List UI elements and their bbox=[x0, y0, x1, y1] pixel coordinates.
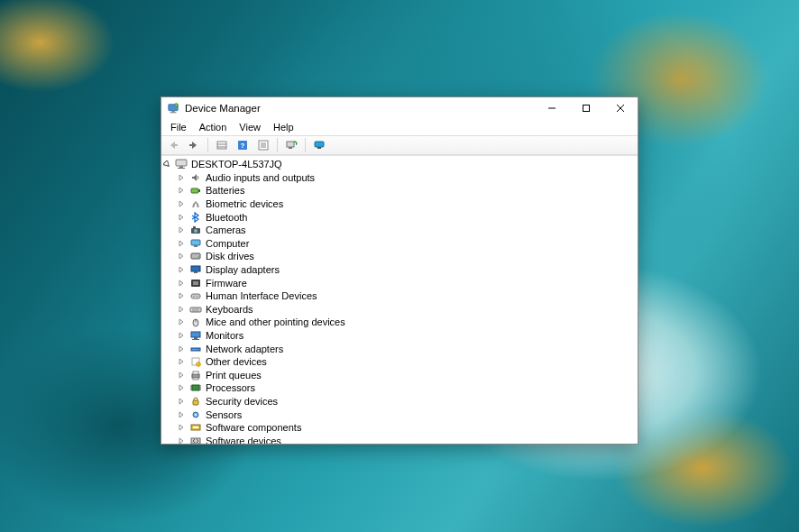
tree-node[interactable]: Software devices bbox=[163, 434, 638, 444]
tree-node[interactable]: Display adapters bbox=[163, 263, 638, 277]
swcomp-icon bbox=[188, 422, 203, 433]
svg-rect-10 bbox=[217, 142, 226, 149]
menu-help[interactable]: Help bbox=[268, 121, 299, 133]
tree-node[interactable]: Monitors bbox=[163, 329, 638, 343]
expand-icon[interactable] bbox=[178, 384, 188, 391]
help-button[interactable]: ? bbox=[233, 137, 253, 153]
tree-node[interactable]: Disk drives bbox=[163, 250, 638, 263]
tree-node[interactable]: Human Interface Devices bbox=[163, 289, 638, 303]
tree-node[interactable]: Security devices bbox=[163, 395, 638, 408]
bluetooth-icon bbox=[188, 212, 203, 223]
tree-node[interactable]: Bluetooth bbox=[163, 210, 638, 224]
expand-icon[interactable] bbox=[178, 398, 188, 405]
tree-node[interactable]: Network adapters bbox=[163, 342, 638, 355]
expand-icon[interactable] bbox=[178, 240, 188, 247]
expand-icon[interactable] bbox=[178, 306, 188, 313]
computer-icon bbox=[188, 238, 203, 249]
tree-node-label: Bluetooth bbox=[203, 212, 247, 223]
svg-rect-30 bbox=[193, 226, 196, 228]
maximize-button[interactable] bbox=[569, 97, 603, 119]
svg-rect-56 bbox=[192, 374, 199, 378]
svg-point-52 bbox=[194, 349, 195, 350]
battery-icon bbox=[188, 185, 203, 196]
audio-icon bbox=[188, 172, 203, 183]
svg-rect-57 bbox=[193, 371, 198, 374]
tree-node-label: Biometric devices bbox=[203, 198, 283, 209]
svg-rect-21 bbox=[315, 142, 324, 147]
tree-node[interactable]: Firmware bbox=[163, 276, 638, 289]
tree-node[interactable]: Software components bbox=[163, 421, 638, 435]
tree-node[interactable]: Mice and other pointing devices bbox=[163, 316, 638, 329]
close-button[interactable] bbox=[603, 97, 638, 119]
expand-icon[interactable] bbox=[178, 332, 188, 339]
svg-rect-27 bbox=[198, 189, 200, 192]
device-manager-icon bbox=[167, 102, 179, 115]
svg-text:!: ! bbox=[197, 362, 198, 367]
tree-node[interactable]: !Other devices bbox=[163, 355, 638, 369]
expand-icon[interactable] bbox=[178, 292, 188, 299]
tree-node-label: Software components bbox=[203, 422, 301, 433]
tree-node[interactable]: Audio inputs and outputs bbox=[163, 171, 638, 185]
menu-file[interactable]: File bbox=[165, 121, 192, 133]
tree-node[interactable]: Cameras bbox=[163, 224, 638, 237]
expand-icon[interactable] bbox=[178, 187, 188, 194]
device-tree[interactable]: DESKTOP-4L537JQ Audio inputs and outputs… bbox=[161, 155, 638, 444]
other-icon: ! bbox=[188, 356, 203, 367]
svg-point-68 bbox=[195, 414, 197, 416]
tree-node[interactable]: Processors bbox=[163, 381, 638, 395]
tree-node[interactable]: Biometric devices bbox=[163, 197, 638, 211]
svg-point-51 bbox=[192, 349, 193, 350]
expand-icon[interactable] bbox=[178, 174, 188, 181]
forward-button[interactable] bbox=[184, 137, 204, 153]
menubar: File Action View Help bbox=[161, 119, 638, 135]
window-title: Device Manager bbox=[185, 103, 261, 114]
expand-icon[interactable] bbox=[178, 411, 188, 418]
network-icon bbox=[188, 344, 203, 354]
expand-icon[interactable] bbox=[178, 226, 188, 234]
svg-rect-24 bbox=[179, 166, 183, 168]
tree-node-label: Computer bbox=[203, 238, 249, 249]
view-devices-button[interactable] bbox=[309, 137, 329, 153]
menu-view[interactable]: View bbox=[234, 121, 266, 133]
svg-rect-33 bbox=[191, 253, 200, 259]
expand-icon[interactable] bbox=[178, 318, 188, 326]
svg-rect-5 bbox=[583, 105, 590, 112]
collapse-icon[interactable] bbox=[163, 161, 174, 169]
tree-node-label: Print queues bbox=[203, 370, 262, 381]
monitor-icon bbox=[188, 330, 203, 341]
expand-icon[interactable] bbox=[178, 214, 188, 221]
svg-rect-47 bbox=[191, 332, 200, 337]
svg-rect-23 bbox=[176, 160, 187, 166]
expand-icon[interactable] bbox=[178, 358, 188, 365]
tree-node-label: Firmware bbox=[203, 278, 247, 289]
expand-icon[interactable] bbox=[178, 345, 188, 353]
tree-node[interactable]: Keyboards bbox=[163, 303, 638, 316]
back-button[interactable] bbox=[163, 137, 183, 153]
expand-icon[interactable] bbox=[178, 200, 188, 207]
computer-icon bbox=[174, 159, 188, 170]
show-hidden-button[interactable] bbox=[212, 137, 232, 153]
device-manager-window: Device Manager File Action View Help bbox=[161, 96, 638, 445]
svg-rect-22 bbox=[317, 147, 321, 149]
tree-node[interactable]: Computer bbox=[163, 237, 638, 251]
expand-icon[interactable] bbox=[178, 424, 188, 431]
svg-rect-1 bbox=[171, 111, 175, 113]
tree-node[interactable]: Print queues bbox=[163, 369, 638, 382]
expand-icon[interactable] bbox=[178, 437, 188, 444]
properties-button[interactable] bbox=[253, 137, 273, 153]
tree-node-label: Security devices bbox=[203, 396, 278, 407]
minimize-button[interactable] bbox=[535, 97, 569, 119]
tree-root-node[interactable]: DESKTOP-4L537JQ bbox=[163, 158, 638, 171]
expand-icon[interactable] bbox=[178, 371, 188, 379]
expand-icon[interactable] bbox=[178, 252, 188, 260]
expand-icon[interactable] bbox=[178, 280, 188, 287]
menu-action[interactable]: Action bbox=[194, 121, 233, 133]
processor-icon bbox=[188, 382, 203, 393]
expand-icon[interactable] bbox=[178, 266, 188, 273]
svg-rect-36 bbox=[194, 271, 197, 273]
svg-rect-35 bbox=[191, 266, 200, 271]
tree-node[interactable]: Sensors bbox=[163, 408, 638, 421]
tree-node[interactable]: Batteries bbox=[163, 184, 638, 197]
svg-rect-38 bbox=[193, 281, 198, 285]
scan-hardware-button[interactable] bbox=[281, 137, 301, 153]
